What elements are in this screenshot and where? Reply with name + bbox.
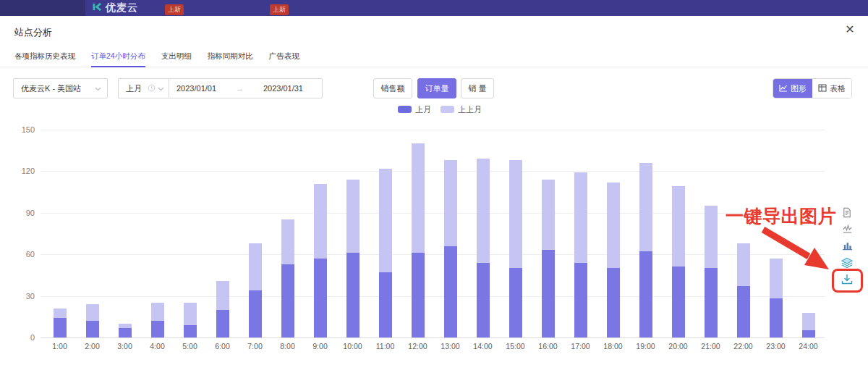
- period-select[interactable]: 上月: [118, 78, 169, 98]
- site-select[interactable]: 优麦云K - 美国站: [13, 78, 108, 98]
- view-toggle-table[interactable]: 表格: [812, 79, 851, 98]
- y-axis-label: 120: [6, 167, 35, 175]
- x-axis-label: 21:00: [694, 342, 727, 351]
- annotation-arrow: [758, 223, 835, 277]
- layers-icon[interactable]: [841, 256, 853, 268]
- x-axis-label: 17:00: [564, 342, 597, 351]
- tab-0[interactable]: 各项指标历史表现: [14, 46, 75, 67]
- bar-6:00[interactable]: [216, 281, 229, 337]
- bar-slot-14:00: 14:00: [467, 130, 499, 337]
- x-axis-label: 10:00: [336, 342, 369, 351]
- tab-2[interactable]: 支出明细: [161, 46, 192, 67]
- legend-item-1[interactable]: 上上月: [441, 104, 482, 115]
- bar-4:00[interactable]: [151, 303, 164, 337]
- annotation-highlight-box: [832, 269, 863, 293]
- bar-segment-prev2-month: [314, 184, 327, 259]
- date-range-picker[interactable]: 2023/01/01 → 2023/01/31: [169, 78, 323, 98]
- bar-segment-prev2-month: [346, 180, 359, 253]
- bar-15:00[interactable]: [509, 160, 522, 337]
- bar-segment-prev2-month: [802, 313, 815, 331]
- legend-item-0[interactable]: 上月: [398, 104, 431, 115]
- bar-slot-2:00: 2:00: [76, 130, 109, 337]
- bar-16:00[interactable]: [542, 180, 555, 337]
- legend-swatch: [441, 106, 454, 113]
- bar-2:00[interactable]: [86, 304, 99, 337]
- chevron-down-icon: [158, 84, 164, 93]
- bar-11:00[interactable]: [379, 169, 392, 337]
- bar-segment-prev2-month: [54, 309, 67, 318]
- bar-slot-7:00: 7:00: [239, 130, 271, 337]
- x-axis-label: 8:00: [271, 342, 304, 351]
- bar-segment-prev-month: [477, 263, 490, 337]
- metric-button-2[interactable]: 销 量: [461, 78, 494, 98]
- period-select-value: 上月: [126, 83, 142, 94]
- bar-14:00[interactable]: [477, 159, 490, 337]
- nav-badge-new-1: 上新: [165, 4, 184, 15]
- x-axis-label: 14:00: [467, 342, 499, 351]
- top-navbar: 优麦云 上新 上新: [0, 0, 868, 16]
- bar-segment-prev2-month: [672, 186, 685, 267]
- bar-slot-22:00: 22:00: [727, 130, 760, 337]
- close-icon[interactable]: ✕: [842, 22, 858, 38]
- tab-4[interactable]: 广告表现: [269, 46, 299, 67]
- bar-segment-prev-month: [639, 251, 652, 337]
- bar-1:00[interactable]: [54, 309, 67, 337]
- bar-13:00[interactable]: [444, 160, 457, 337]
- bar-18:00[interactable]: [607, 182, 620, 337]
- x-axis-label: 11:00: [369, 342, 401, 351]
- bar-slot-12:00: 12:00: [401, 130, 434, 337]
- bar-segment-prev2-month: [216, 281, 229, 310]
- bar-20:00[interactable]: [672, 186, 685, 337]
- metric-button-1[interactable]: 订单量: [417, 78, 456, 98]
- x-axis-label: 19:00: [629, 342, 662, 351]
- x-axis-label: 6:00: [206, 342, 239, 351]
- view-toggle-chart[interactable]: 图形: [773, 79, 812, 98]
- document-icon[interactable]: [841, 206, 853, 218]
- x-axis-label: 5:00: [174, 342, 206, 351]
- bar-10:00[interactable]: [346, 180, 359, 337]
- bar-19:00[interactable]: [639, 163, 652, 337]
- bar-segment-prev-month: [346, 253, 359, 337]
- bar-chart-icon[interactable]: [841, 240, 853, 251]
- x-axis-label: 18:00: [597, 342, 629, 351]
- bar-segment-prev-month: [412, 253, 425, 337]
- site-analysis-modal: 站点分析 ✕ 各项指标历史表现订单24小时分布支出明细指标同期对比广告表现 优麦…: [0, 16, 868, 365]
- metric-button-0[interactable]: 销售额: [373, 78, 412, 98]
- bar-segment-prev2-month: [705, 206, 718, 268]
- bar-segment-prev-month: [574, 263, 587, 337]
- bar-5:00[interactable]: [184, 303, 197, 337]
- bar-12:00[interactable]: [412, 143, 425, 337]
- bar-slot-17:00: 17:00: [564, 130, 597, 337]
- bar-8:00[interactable]: [281, 219, 294, 337]
- bar-9:00[interactable]: [314, 184, 327, 337]
- bar-slot-9:00: 9:00: [304, 130, 336, 337]
- bar-22:00[interactable]: [737, 243, 750, 337]
- x-axis-label: 24:00: [792, 342, 825, 351]
- bar-segment-prev-month: [672, 267, 685, 337]
- x-axis-label: 16:00: [532, 342, 564, 351]
- bar-slot-21:00: 21:00: [694, 130, 727, 337]
- bar-slot-16:00: 16:00: [532, 130, 564, 337]
- view-toggle-label: 图形: [791, 83, 807, 94]
- bar-slot-10:00: 10:00: [336, 130, 369, 337]
- bar-24:00[interactable]: [802, 313, 815, 337]
- bar-3:00[interactable]: [119, 324, 132, 337]
- bar-segment-prev2-month: [184, 303, 197, 325]
- app-logo[interactable]: 优麦云: [93, 0, 138, 16]
- bar-slot-3:00: 3:00: [109, 130, 141, 337]
- bar-slot-13:00: 13:00: [434, 130, 467, 337]
- filter-row: 优麦云K - 美国站 上月 2023/01/01 → 2023/01/31 销售…: [0, 78, 868, 98]
- bar-17:00[interactable]: [574, 172, 587, 337]
- bar-21:00[interactable]: [705, 206, 718, 337]
- legend-label: 上上月: [458, 104, 482, 115]
- x-axis-label: 7:00: [239, 342, 271, 351]
- tab-1[interactable]: 订单24小时分布: [91, 46, 145, 67]
- legend-label: 上月: [415, 104, 431, 115]
- tab-3[interactable]: 指标同期对比: [208, 46, 253, 67]
- bar-segment-prev-month: [509, 268, 522, 337]
- bar-7:00[interactable]: [249, 243, 262, 337]
- view-toggle-label: 表格: [830, 83, 846, 94]
- bar-segment-prev2-month: [737, 243, 750, 286]
- bar-segment-prev2-month: [607, 182, 620, 269]
- pulse-chart-icon[interactable]: [841, 223, 853, 235]
